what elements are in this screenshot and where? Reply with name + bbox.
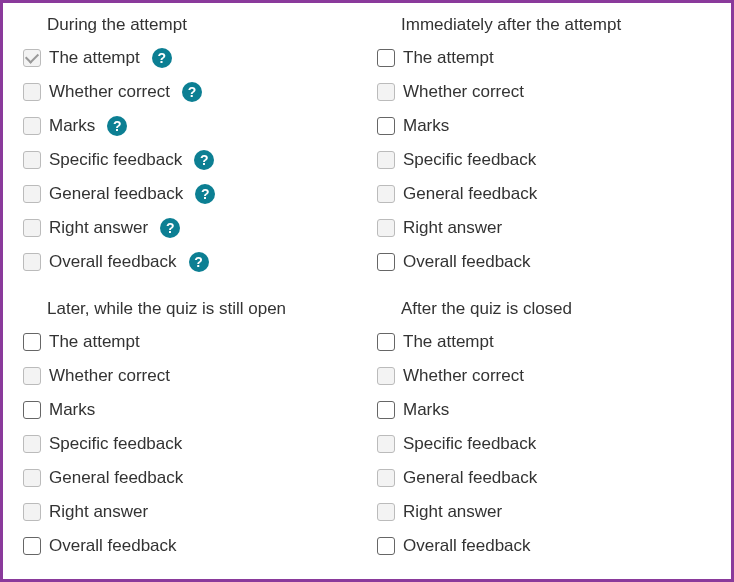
option-label: Overall feedback [403,252,531,272]
option-row: Right answer [23,495,357,529]
checkbox-whether-correct [23,83,41,101]
option-label: Whether correct [49,366,170,386]
section-after-closed: After the quiz is closed The attempt Whe… [377,299,711,563]
help-icon[interactable]: ? [195,184,215,204]
option-label: Specific feedback [49,434,182,454]
section-during-attempt: During the attempt The attempt ? Whether… [23,15,357,279]
checkbox-marks[interactable] [377,401,395,419]
option-row: Marks [377,393,711,427]
option-row: General feedback [377,461,711,495]
option-label: The attempt [49,332,140,352]
option-row: Whether correct ? [23,75,357,109]
option-row: Overall feedback ? [23,245,357,279]
option-row: Overall feedback [377,529,711,563]
checkbox-overall-feedback[interactable] [23,537,41,555]
checkbox-overall-feedback[interactable] [377,537,395,555]
option-row: Right answer [377,211,711,245]
option-row: Specific feedback ? [23,143,357,177]
checkbox-general-feedback [377,185,395,203]
section-title: After the quiz is closed [377,299,711,319]
help-icon[interactable]: ? [160,218,180,238]
option-label: Right answer [49,218,148,238]
checkbox-marks[interactable] [377,117,395,135]
section-title: During the attempt [23,15,357,35]
checkbox-the-attempt[interactable] [377,333,395,351]
option-label: Overall feedback [49,536,177,556]
help-icon[interactable]: ? [189,252,209,272]
option-label: General feedback [49,184,183,204]
checkbox-whether-correct [377,83,395,101]
option-label: Specific feedback [49,150,182,170]
option-label: Right answer [49,502,148,522]
option-row: Overall feedback [377,245,711,279]
checkbox-general-feedback [23,185,41,203]
help-icon[interactable]: ? [182,82,202,102]
checkbox-specific-feedback [23,151,41,169]
checkbox-the-attempt[interactable] [377,49,395,67]
help-icon[interactable]: ? [152,48,172,68]
review-options-grid: During the attempt The attempt ? Whether… [23,15,711,563]
option-row: Overall feedback [23,529,357,563]
checkbox-whether-correct [23,367,41,385]
option-label: Marks [49,400,95,420]
checkbox-marks[interactable] [23,401,41,419]
section-later-open: Later, while the quiz is still open The … [23,299,357,563]
checkbox-general-feedback [23,469,41,487]
option-label: General feedback [49,468,183,488]
option-row: The attempt [377,325,711,359]
checkbox-right-answer [377,503,395,521]
option-label: Marks [403,116,449,136]
option-row: Right answer [377,495,711,529]
option-row: Marks [377,109,711,143]
option-row: Marks ? [23,109,357,143]
section-title: Immediately after the attempt [377,15,711,35]
checkbox-specific-feedback [23,435,41,453]
option-label: Marks [49,116,95,136]
option-row: Whether correct [23,359,357,393]
option-label: General feedback [403,468,537,488]
checkbox-the-attempt [23,49,41,67]
checkbox-overall-feedback[interactable] [377,253,395,271]
help-icon[interactable]: ? [107,116,127,136]
option-row: Right answer ? [23,211,357,245]
checkbox-right-answer [23,503,41,521]
help-icon[interactable]: ? [194,150,214,170]
review-options-panel: During the attempt The attempt ? Whether… [0,0,734,582]
option-label: Overall feedback [49,252,177,272]
option-label: The attempt [403,332,494,352]
option-label: Overall feedback [403,536,531,556]
checkbox-marks [23,117,41,135]
option-row: Specific feedback [377,427,711,461]
checkbox-specific-feedback [377,151,395,169]
option-row: General feedback [23,461,357,495]
option-row: General feedback ? [23,177,357,211]
option-label: Right answer [403,218,502,238]
checkbox-right-answer [377,219,395,237]
option-row: Specific feedback [377,143,711,177]
option-label: The attempt [49,48,140,68]
option-label: Marks [403,400,449,420]
option-label: Specific feedback [403,434,536,454]
checkbox-general-feedback [377,469,395,487]
option-label: General feedback [403,184,537,204]
section-title: Later, while the quiz is still open [23,299,357,319]
option-row: The attempt [377,41,711,75]
option-label: Right answer [403,502,502,522]
option-label: The attempt [403,48,494,68]
option-label: Whether correct [403,82,524,102]
option-row: Marks [23,393,357,427]
checkbox-whether-correct [377,367,395,385]
option-row: Specific feedback [23,427,357,461]
section-immediately-after: Immediately after the attempt The attemp… [377,15,711,279]
checkbox-right-answer [23,219,41,237]
option-row: The attempt [23,325,357,359]
option-row: The attempt ? [23,41,357,75]
option-row: General feedback [377,177,711,211]
checkbox-overall-feedback [23,253,41,271]
option-label: Specific feedback [403,150,536,170]
option-label: Whether correct [403,366,524,386]
option-label: Whether correct [49,82,170,102]
option-row: Whether correct [377,75,711,109]
checkbox-the-attempt[interactable] [23,333,41,351]
checkbox-specific-feedback [377,435,395,453]
